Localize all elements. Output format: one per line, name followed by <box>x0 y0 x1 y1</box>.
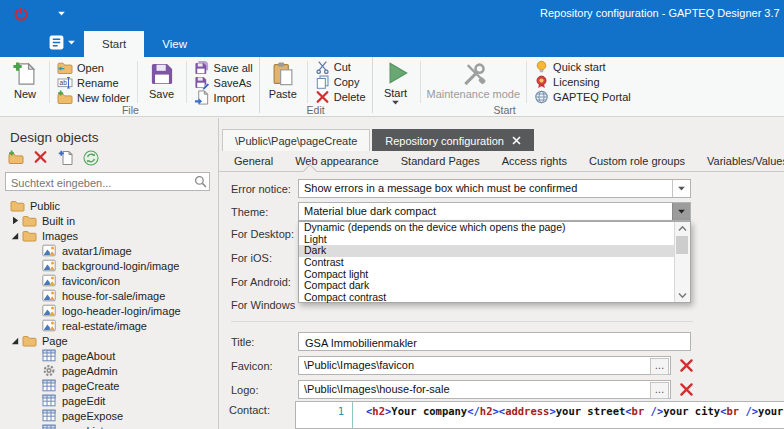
scrollbar-thumb[interactable] <box>676 236 688 254</box>
code-segment: address <box>505 405 549 417</box>
tree-item-public[interactable]: Public <box>0 198 218 213</box>
ribbon-tab-row: StartView <box>0 28 784 57</box>
ribbon-group-label: Edit <box>262 104 370 116</box>
import-button[interactable]: Import <box>190 90 257 105</box>
tab-standard-pages[interactable]: Standard Pages <box>392 152 489 171</box>
tree-item-house-for-sale-image[interactable]: house-for-sale/image <box>0 288 218 303</box>
delete-icon[interactable] <box>33 150 49 166</box>
svg-text:ab: ab <box>60 79 68 86</box>
open-button[interactable]: Open <box>53 60 134 75</box>
new-folder-icon[interactable] <box>8 150 24 166</box>
title-field[interactable] <box>298 332 691 351</box>
tree-item-images[interactable]: Images <box>0 228 218 243</box>
tab-access-rights[interactable]: Access rights <box>493 152 576 171</box>
theme-dropdown-button[interactable] <box>672 203 690 220</box>
favicon-clear-icon[interactable] <box>679 358 694 373</box>
quick-access-caret-icon[interactable] <box>58 11 66 17</box>
tree-item-pageedit[interactable]: pageEdit <box>0 393 218 408</box>
expander-collapsed-icon[interactable] <box>8 216 22 225</box>
tree-item-real-estate-image[interactable]: real-estate/image <box>0 318 218 333</box>
tab-custom-role-groups[interactable]: Custom role groups <box>580 152 694 171</box>
save-button[interactable]: Save <box>141 59 183 105</box>
tree-item-avatar1-image[interactable]: avatar1/image <box>0 243 218 258</box>
theme-combobox[interactable]: Material blue dark compact <box>298 202 691 221</box>
title-input[interactable] <box>303 334 690 351</box>
start-button[interactable]: Start <box>375 59 417 105</box>
ribbon-button-column: Save allSaveAsImport <box>190 59 257 105</box>
tree-item-label: Built in <box>42 215 75 227</box>
logo-browse-button[interactable]: … <box>650 382 669 399</box>
expander-expanded-icon[interactable] <box>8 232 22 240</box>
quick-start-button[interactable]: Quick start <box>530 60 635 75</box>
contact-code-editor[interactable]: 1 <h2>Your company</h2><address>your str… <box>295 401 784 429</box>
tree-item-label: Public <box>30 200 60 212</box>
tab-variables-values[interactable]: Variables/Values <box>698 152 784 171</box>
tab-web-appearance[interactable]: Web appearance <box>286 152 388 171</box>
search-box[interactable] <box>5 172 210 191</box>
document-tab[interactable]: \Public\Page\pageCreate <box>222 129 370 151</box>
tree-item-logo-header-login-image[interactable]: logo-header-login/image <box>0 303 218 318</box>
favicon-field[interactable]: \Public\Images\favicon … <box>298 356 671 375</box>
licensing-button[interactable]: Licensing <box>530 75 635 90</box>
new-folder-icon <box>57 90 73 105</box>
tree-item-pagelist[interactable]: pageList <box>0 423 218 429</box>
main-panel: \Public\Page\pageCreateRepository config… <box>218 118 784 429</box>
code-segment: your city <box>663 405 720 417</box>
logo-field[interactable]: \Public\Images\house-for-sale … <box>298 380 671 399</box>
tree-item-built-in[interactable]: Built in <box>0 213 218 228</box>
tree-item-label: Images <box>42 230 78 242</box>
tree-item-label: house-for-sale/image <box>62 290 165 302</box>
error-notice-dropdown-button[interactable] <box>672 180 690 197</box>
scroll-down-icon[interactable] <box>675 289 689 302</box>
theme-option-compact-light[interactable]: Compact light <box>299 269 675 281</box>
tree-item-label: favicon/icon <box>62 275 120 287</box>
copy-button[interactable]: Copy <box>311 75 370 90</box>
tab-general[interactable]: General <box>225 152 282 171</box>
tree-item-pageexpose[interactable]: pageExpose <box>0 408 218 423</box>
logo-clear-icon[interactable] <box>679 382 694 397</box>
panel-title: Design objects <box>10 130 99 145</box>
theme-option-contrast[interactable]: Contrast <box>299 257 675 269</box>
theme-option-dynamic-depends-on-the-device-which-opens-the-page-[interactable]: Dynamic (depends on the device which ope… <box>299 222 675 234</box>
cut-button[interactable]: Cut <box>311 60 370 75</box>
tree-item-pagecreate[interactable]: pageCreate <box>0 378 218 393</box>
ribbon-tab-view[interactable]: View <box>144 31 205 57</box>
tree-item-page[interactable]: Page <box>0 333 218 348</box>
rename-button[interactable]: abRename <box>53 75 134 90</box>
theme-option-compact-dark[interactable]: Compact dark <box>299 280 675 292</box>
paste-button[interactable]: Paste <box>262 59 304 105</box>
new-button[interactable]: New <box>4 59 46 105</box>
theme-option-compact-contrast[interactable]: Compact contrast <box>299 292 675 304</box>
error-notice-combobox[interactable]: Show errors in a message box which must … <box>298 179 691 198</box>
document-tab[interactable]: Repository configuration <box>372 129 534 151</box>
save-all-button[interactable]: Save all <box>190 60 257 75</box>
search-input[interactable] <box>9 174 195 191</box>
tree-item-favicon-icon[interactable]: favicon/icon <box>0 273 218 288</box>
scroll-up-icon[interactable] <box>675 222 689 235</box>
new-item-icon[interactable] <box>58 150 74 166</box>
ribbon-tab-start[interactable]: Start <box>84 31 144 57</box>
button-label: Start <box>384 88 407 99</box>
app-menu-button[interactable] <box>44 30 78 54</box>
dropdown-scrollbar[interactable] <box>674 222 690 302</box>
new-folder-button[interactable]: New folder <box>53 90 134 105</box>
theme-option-light[interactable]: Light <box>299 234 675 246</box>
tree-item-pageabout[interactable]: pageAbout <box>0 348 218 363</box>
search-icon[interactable] <box>194 175 207 188</box>
close-icon[interactable] <box>512 136 521 145</box>
section-divider <box>231 321 693 322</box>
folder-icon <box>10 199 25 213</box>
gapteq-portal-button[interactable]: GAPTEQ Portal <box>530 89 635 104</box>
tree-item-label: pageAdmin <box>62 365 118 377</box>
chevron-down-icon <box>678 186 685 191</box>
tree-item-background-login-image[interactable]: background-login/image <box>0 258 218 273</box>
design-objects-panel: Design objects PublicBuilt inImagesavata… <box>0 118 218 429</box>
saveas-button[interactable]: SaveAs <box>190 75 257 90</box>
theme-option-dark[interactable]: Dark <box>299 245 675 257</box>
favicon-browse-button[interactable]: … <box>650 358 669 375</box>
power-icon[interactable] <box>13 6 29 22</box>
refresh-icon[interactable] <box>83 150 99 166</box>
tree-item-pageadmin[interactable]: pageAdmin <box>0 363 218 378</box>
expander-expanded-icon[interactable] <box>8 337 22 345</box>
delete-button[interactable]: Delete <box>311 89 370 104</box>
